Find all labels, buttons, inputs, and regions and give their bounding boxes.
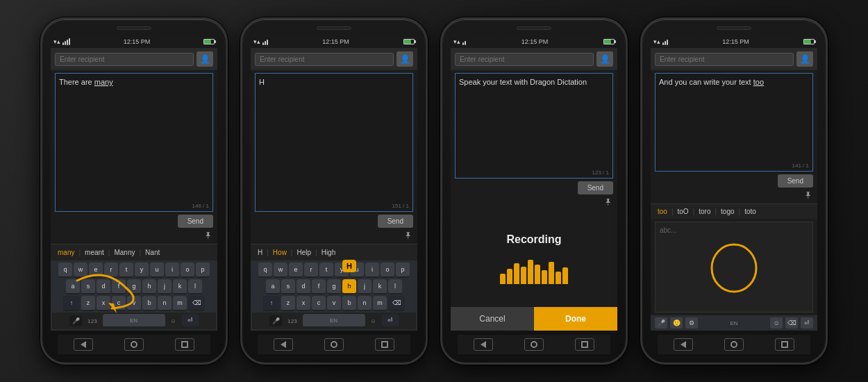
nav-home-3[interactable]: [524, 338, 544, 351]
key-enter-1[interactable]: ⏎: [182, 314, 199, 328]
key2-c[interactable]: c: [312, 296, 326, 311]
key-m[interactable]: m: [173, 296, 187, 311]
key-q[interactable]: q: [58, 263, 72, 278]
key2-f[interactable]: f: [312, 279, 326, 294]
suggestion-many[interactable]: many: [53, 247, 78, 258]
hw-smiley-btn[interactable]: ☺: [770, 317, 783, 329]
key-enter-2[interactable]: ⏎: [382, 314, 399, 328]
msg-body-3[interactable]: Speak your text with Dragon Dictation 12…: [455, 73, 613, 178]
key2-l[interactable]: l: [388, 279, 402, 294]
suggestion-manny[interactable]: Manny: [110, 247, 139, 258]
msg-body-1[interactable]: There are many 146 / 1: [55, 73, 213, 212]
key-p[interactable]: p: [196, 263, 210, 278]
key2-b[interactable]: b: [342, 296, 356, 311]
key-e[interactable]: e: [89, 263, 103, 278]
key-i[interactable]: i: [165, 263, 179, 278]
key2-n[interactable]: n: [358, 296, 372, 311]
key2-backspace[interactable]: ⌫: [388, 296, 405, 311]
key-a[interactable]: a: [66, 279, 80, 294]
space-key-2[interactable]: EN: [303, 314, 365, 328]
hw-sug-too[interactable]: too: [653, 206, 671, 217]
msg-body-2[interactable]: H 151 / 1: [255, 73, 413, 212]
contact-btn-1[interactable]: 👤: [197, 51, 213, 67]
sug2-high[interactable]: High: [317, 247, 340, 258]
suggestion-meant[interactable]: meant: [81, 247, 108, 258]
key2-r[interactable]: r: [304, 263, 318, 278]
nav-recent-3[interactable]: [575, 338, 594, 351]
nav-home-1[interactable]: [124, 338, 144, 351]
attach-icon-3[interactable]: 🖈: [603, 197, 613, 208]
key2-d[interactable]: d: [297, 279, 310, 294]
contact-btn-4[interactable]: 👤: [796, 51, 813, 67]
key-shift[interactable]: ↑: [63, 296, 80, 311]
send-button-2[interactable]: Send: [378, 215, 413, 228]
key-k[interactable]: k: [173, 279, 187, 294]
hw-settings-btn[interactable]: ⚙: [685, 317, 698, 329]
contact-btn-2[interactable]: 👤: [397, 51, 413, 67]
key-r[interactable]: r: [104, 263, 118, 278]
key-x[interactable]: x: [97, 296, 110, 311]
key-backspace[interactable]: ⌫: [188, 296, 205, 311]
attach-icon-2[interactable]: 🖈: [403, 230, 413, 241]
key-d[interactable]: d: [97, 279, 110, 294]
key2-shift[interactable]: ↑: [263, 296, 280, 311]
key2-a[interactable]: a: [266, 279, 280, 294]
hw-mic-btn[interactable]: 🎤: [655, 317, 667, 329]
send-button-3[interactable]: Send: [578, 181, 613, 194]
hw-back-btn[interactable]: ⌫: [785, 317, 798, 329]
space-key-1[interactable]: EN: [103, 314, 165, 328]
key-w[interactable]: w: [74, 263, 87, 278]
recipient-input-3[interactable]: Enter recipient: [455, 53, 594, 66]
key2-p[interactable]: p: [396, 263, 410, 278]
key2-g[interactable]: g: [327, 279, 341, 294]
key2-i[interactable]: i: [365, 263, 379, 278]
recipient-input-1[interactable]: Enter recipient: [55, 53, 194, 66]
key-y[interactable]: y: [135, 263, 149, 278]
key-g[interactable]: g: [127, 279, 141, 294]
key2-e[interactable]: e: [289, 263, 303, 278]
suggestion-nant[interactable]: Nant: [141, 247, 164, 258]
key2-j[interactable]: j: [358, 279, 372, 294]
key-h[interactable]: h: [142, 279, 156, 294]
recipient-input-2[interactable]: Enter recipient: [255, 53, 394, 66]
key-s[interactable]: s: [81, 279, 95, 294]
key2-m[interactable]: m: [373, 296, 387, 311]
key2-v[interactable]: v: [327, 296, 341, 311]
cancel-button[interactable]: Cancel: [451, 307, 534, 331]
nav-home-2[interactable]: [324, 338, 344, 351]
mic-key-1[interactable]: 🎤: [69, 315, 82, 326]
key2-s[interactable]: s: [281, 279, 295, 294]
sug2-help[interactable]: Help: [292, 247, 315, 258]
nav-recent-1[interactable]: [175, 338, 194, 351]
attach-icon-4[interactable]: 🖈: [803, 190, 813, 201]
key-n[interactable]: n: [158, 296, 172, 311]
hw-sug-toro[interactable]: toro: [694, 206, 715, 217]
hw-enter-btn[interactable]: ⏎: [801, 317, 813, 329]
nav-recent-4[interactable]: [775, 338, 794, 351]
recipient-input-4[interactable]: Enter recipient: [655, 53, 794, 66]
key-t[interactable]: t: [119, 263, 133, 278]
hw-sug-too2[interactable]: toO: [674, 206, 693, 217]
handwriting-area[interactable]: abc...: [655, 222, 813, 313]
sug2-how[interactable]: How: [269, 247, 291, 258]
contact-btn-3[interactable]: 👤: [596, 51, 613, 67]
nav-back-3[interactable]: [474, 338, 493, 351]
key-b[interactable]: b: [142, 296, 156, 311]
msg-body-4[interactable]: And you can write your text too 141 / 1: [655, 73, 813, 172]
done-button[interactable]: Done: [534, 307, 617, 331]
key2-o[interactable]: o: [381, 263, 394, 278]
key-l[interactable]: l: [188, 279, 202, 294]
key-o[interactable]: o: [181, 263, 194, 278]
key2-x[interactable]: x: [297, 296, 310, 311]
key-j[interactable]: j: [158, 279, 172, 294]
key-c[interactable]: c: [112, 296, 126, 311]
hw-sug-toto[interactable]: toto: [740, 206, 760, 217]
key2-h[interactable]: h H: [342, 279, 356, 294]
hw-emoji-btn[interactable]: 🙂: [670, 317, 683, 329]
nav-back-1[interactable]: [74, 338, 93, 351]
key2-t[interactable]: t: [319, 263, 333, 278]
nav-back-4[interactable]: [674, 338, 693, 351]
key2-z[interactable]: z: [281, 296, 295, 311]
key2-w[interactable]: w: [274, 263, 287, 278]
nav-back-2[interactable]: [274, 338, 293, 351]
